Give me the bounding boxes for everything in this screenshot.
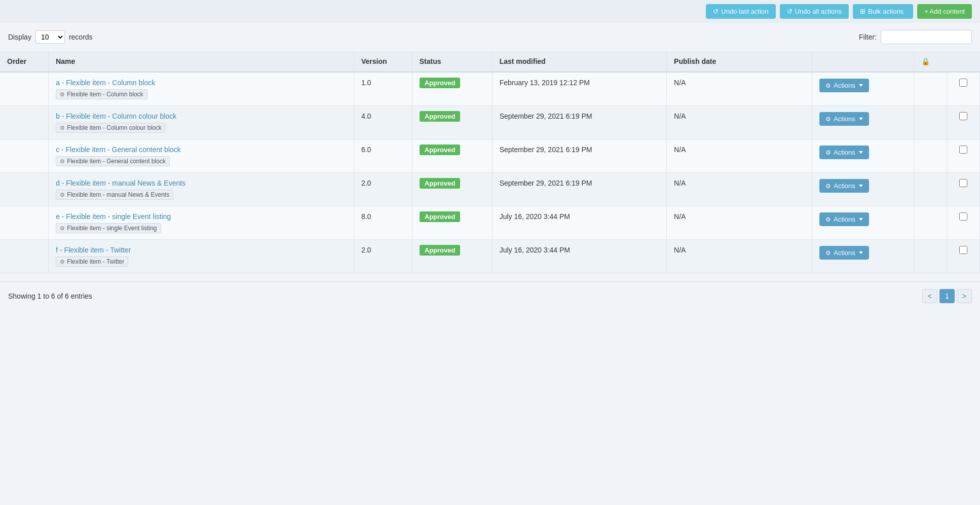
display-controls: Display 10 25 50 100 records <box>8 30 93 44</box>
item-tag: ⚙ Flexible item - Column colour block <box>56 123 166 133</box>
cell-checkbox <box>947 139 980 173</box>
cell-name: a - Flexible item - Column block ⚙ Flexi… <box>49 72 354 106</box>
cell-checkbox <box>947 206 980 240</box>
cell-checkbox <box>947 173 980 206</box>
item-name-link[interactable]: f - Flexible item - Twitter <box>56 246 131 254</box>
col-version: Version <box>354 51 412 72</box>
table-header-row: Order Name Version Status Last modified … <box>0 51 980 72</box>
cell-checkbox <box>947 106 980 139</box>
actions-label: Actions <box>834 82 855 89</box>
item-tag: ⚙ Flexible item - Column block <box>56 89 147 99</box>
row-checkbox[interactable] <box>959 246 967 254</box>
page-1-button[interactable]: 1 <box>939 289 955 303</box>
item-name-link[interactable]: d - Flexible item - manual News & Events <box>56 179 185 187</box>
tag-icon: ⚙ <box>60 259 65 265</box>
cell-actions: ⚙ Actions <box>812 240 914 273</box>
status-badge: Approved <box>420 245 461 256</box>
actions-button[interactable]: ⚙ Actions <box>819 112 869 126</box>
actions-button[interactable]: ⚙ Actions <box>819 79 869 92</box>
table-row: f - Flexible item - Twitter ⚙ Flexible i… <box>0 240 980 273</box>
bulk-actions-button[interactable]: ⊞ Bulk actions <box>853 4 913 19</box>
actions-caret <box>859 218 863 221</box>
cell-status: Approved <box>412 106 492 139</box>
cell-lock <box>914 240 947 273</box>
tag-label: Flexible item - manual News & Events <box>67 191 169 198</box>
row-checkbox[interactable] <box>959 112 967 120</box>
cell-actions: ⚙ Actions <box>812 206 914 240</box>
cell-lock <box>914 72 947 106</box>
cell-checkbox <box>947 72 980 106</box>
cell-publish-date: N/A <box>667 240 812 273</box>
actions-caret <box>859 251 863 254</box>
display-label: Display <box>8 33 31 41</box>
actions-caret <box>859 118 863 120</box>
tag-label: Flexible item - Column block <box>67 91 143 98</box>
row-checkbox[interactable] <box>959 179 967 187</box>
controls-bar: Display 10 25 50 100 records Filter: <box>0 23 980 51</box>
cell-publish-date: N/A <box>667 173 812 206</box>
cell-last-modified: September 29, 2021 6:19 PM <box>492 173 666 206</box>
next-page-button[interactable]: > <box>957 289 972 303</box>
actions-label: Actions <box>834 249 855 257</box>
cell-order <box>0 173 49 206</box>
cell-version: 6.0 <box>354 139 412 173</box>
row-checkbox[interactable] <box>959 79 967 87</box>
cell-publish-date: N/A <box>667 106 812 139</box>
cell-name: f - Flexible item - Twitter ⚙ Flexible i… <box>49 240 354 273</box>
table-row: d - Flexible item - manual News & Events… <box>0 173 980 206</box>
table-row: b - Flexible item - Column colour block … <box>0 106 980 139</box>
tag-icon: ⚙ <box>60 192 65 198</box>
cell-name: c - Flexible item - General content bloc… <box>49 139 354 173</box>
gear-icon: ⚙ <box>825 249 831 257</box>
table-row: a - Flexible item - Column block ⚙ Flexi… <box>0 72 980 106</box>
cell-lock <box>914 139 947 173</box>
item-tag: ⚙ Flexible item - manual News & Events <box>56 190 173 200</box>
cell-status: Approved <box>412 72 492 106</box>
row-checkbox[interactable] <box>959 146 967 154</box>
cell-order <box>0 106 49 139</box>
cell-lock <box>914 173 947 206</box>
col-name: Name <box>49 51 354 72</box>
cell-name: b - Flexible item - Column colour block … <box>49 106 354 139</box>
item-name-link[interactable]: c - Flexible item - General content bloc… <box>56 146 181 154</box>
item-tag: ⚙ Flexible item - single Event listing <box>56 223 161 233</box>
cell-last-modified: July 16, 2020 3:44 PM <box>492 240 666 273</box>
bulk-actions-icon: ⊞ <box>860 8 865 15</box>
gear-icon: ⚙ <box>825 149 831 156</box>
tag-icon: ⚙ <box>60 225 65 232</box>
actions-button[interactable]: ⚙ Actions <box>819 179 869 193</box>
item-tag: ⚙ Flexible item - General content block <box>56 156 170 166</box>
display-select[interactable]: 10 25 50 100 <box>35 30 65 44</box>
filter-label: Filter: <box>859 33 877 41</box>
item-name-link[interactable]: a - Flexible item - Column block <box>56 79 155 87</box>
col-status: Status <box>412 51 492 72</box>
tag-label: Flexible item - Twitter <box>67 258 124 265</box>
cell-publish-date: N/A <box>667 72 812 106</box>
undo-all-button[interactable]: ↺ Undo all actions <box>780 4 849 19</box>
cell-last-modified: February 13, 2019 12:12 PM <box>492 72 666 106</box>
add-content-button[interactable]: + Add content <box>917 4 972 19</box>
undo-last-button[interactable]: ↺ Undo last action <box>706 4 775 19</box>
item-name-link[interactable]: b - Flexible item - Column colour block <box>56 112 176 120</box>
actions-button[interactable]: ⚙ Actions <box>819 246 869 260</box>
item-name-link[interactable]: e - Flexible item - single Event listing <box>56 212 171 221</box>
prev-page-button[interactable]: < <box>922 289 937 303</box>
showing-text: Showing 1 to 6 of 6 entries <box>8 292 92 300</box>
cell-actions: ⚙ Actions <box>812 139 914 173</box>
cell-publish-date: N/A <box>667 139 812 173</box>
status-badge: Approved <box>420 111 461 122</box>
pagination: < 1 > <box>922 289 972 303</box>
actions-button[interactable]: ⚙ Actions <box>819 212 869 226</box>
col-order: Order <box>0 51 49 72</box>
item-tag: ⚙ Flexible item - Twitter <box>56 257 128 267</box>
actions-caret <box>859 151 863 154</box>
undo-last-icon: ↺ <box>713 8 719 15</box>
filter-input[interactable] <box>881 30 972 44</box>
tag-label: Flexible item - single Event listing <box>67 225 157 232</box>
cell-status: Approved <box>412 240 492 273</box>
cell-publish-date: N/A <box>667 206 812 240</box>
row-checkbox[interactable] <box>959 212 967 221</box>
actions-button[interactable]: ⚙ Actions <box>819 146 869 159</box>
cell-lock <box>914 106 947 139</box>
tag-icon: ⚙ <box>60 91 65 98</box>
